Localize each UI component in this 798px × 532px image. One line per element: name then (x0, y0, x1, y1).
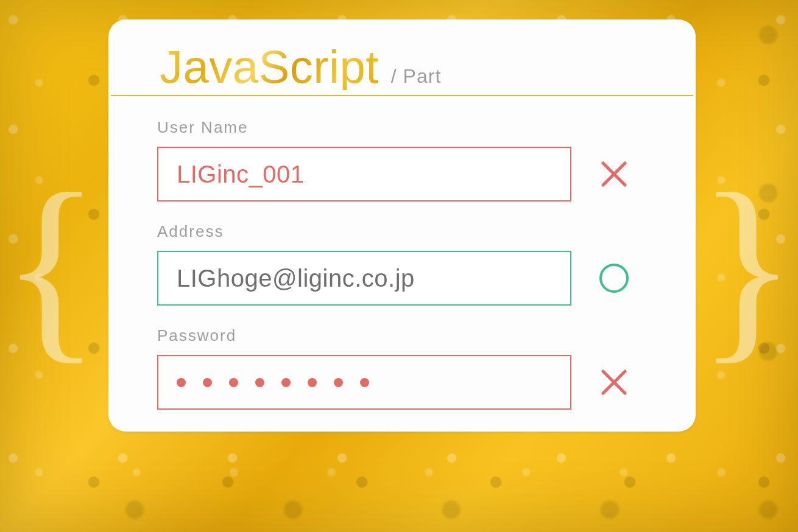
page-title: JavaScript (160, 44, 379, 90)
password-dot (308, 378, 317, 387)
form-body: User Name Address Password (108, 96, 696, 424)
password-dot (334, 378, 343, 387)
username-input[interactable] (157, 147, 571, 201)
address-label: Address (157, 222, 647, 241)
page-subtitle: / Part (391, 65, 441, 88)
password-dot (255, 378, 264, 387)
password-dot (360, 378, 369, 387)
form-card: JavaScript / Part User Name Address (108, 19, 696, 432)
password-label: Password (157, 326, 647, 345)
field-username: User Name (157, 118, 647, 201)
field-address: Address (157, 222, 647, 306)
address-input[interactable] (157, 251, 571, 306)
password-row (157, 355, 647, 410)
username-label: User Name (157, 118, 647, 137)
password-dot (281, 378, 291, 387)
field-password: Password (157, 326, 647, 410)
password-dot (203, 378, 212, 387)
ok-icon (598, 262, 630, 294)
card-header: JavaScript / Part (111, 19, 693, 96)
password-dot (229, 378, 238, 387)
password-input[interactable] (157, 355, 571, 410)
username-row (157, 147, 647, 201)
password-dot (177, 378, 186, 387)
address-row (157, 251, 647, 306)
error-icon (598, 158, 630, 190)
error-icon (598, 366, 630, 398)
svg-point-0 (601, 265, 627, 292)
